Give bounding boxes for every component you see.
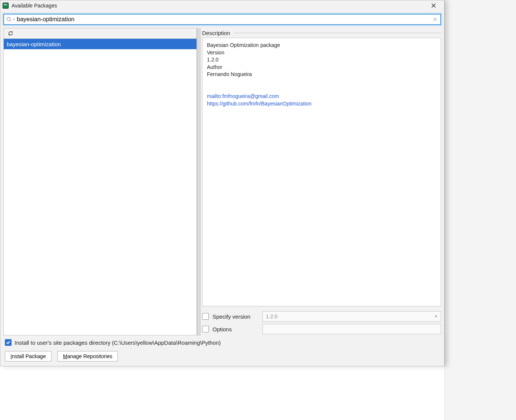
- refresh-button[interactable]: [6, 29, 15, 38]
- refresh-icon: [8, 31, 13, 36]
- description-pane: Description Bayesian Optimization packag…: [201, 28, 441, 335]
- separator: [234, 33, 441, 33]
- specify-version-checkbox[interactable]: [202, 313, 209, 320]
- titlebar: Available Packages: [0, 0, 444, 11]
- manage-repositories-button[interactable]: Manage Repositories: [57, 351, 118, 361]
- options-checkbox[interactable]: [202, 326, 209, 332]
- clear-search-button[interactable]: [432, 16, 438, 22]
- pycharm-icon: [3, 3, 9, 9]
- package-list-item[interactable]: bayesian-optimization: [4, 39, 196, 49]
- check-icon: [6, 340, 10, 345]
- options-label: Options: [213, 326, 259, 332]
- author-email-link[interactable]: mailto:fmfnogueira@gmail.com: [207, 93, 279, 99]
- x-icon: [433, 18, 437, 21]
- author-value: Fernando Nogueira: [207, 71, 436, 78]
- window-title: Available Packages: [12, 3, 57, 9]
- install-package-button[interactable]: Install Package: [5, 351, 51, 361]
- package-list-toolbar: [4, 28, 196, 39]
- package-name: bayesian-optimization: [7, 41, 61, 47]
- svg-point-0: [7, 18, 10, 21]
- available-packages-dialog: Available Packages ▾: [0, 0, 444, 366]
- options-input[interactable]: [262, 324, 441, 334]
- background-ide-edge: [444, 0, 516, 420]
- specify-version-label: Specify version: [213, 313, 259, 320]
- package-list[interactable]: bayesian-optimization: [4, 39, 196, 335]
- description-heading: Description: [202, 30, 230, 36]
- version-combobox-value: 1.2.0: [266, 313, 277, 319]
- search-options-caret-icon[interactable]: ▾: [13, 18, 15, 21]
- package-list-pane: bayesian-optimization: [3, 28, 197, 335]
- close-icon: [431, 3, 436, 8]
- splitter[interactable]: [197, 28, 201, 335]
- install-user-site-label: Install to user's site packages director…: [15, 340, 221, 346]
- version-value: 1.2.0: [207, 56, 436, 64]
- chevron-down-icon: ▼: [434, 315, 438, 318]
- description-box: Bayesian Optimization package Version 1.…: [202, 38, 441, 306]
- version-combobox[interactable]: 1.2.0 ▼: [262, 311, 441, 322]
- description-summary: Bayesian Optimization package: [207, 42, 436, 49]
- author-label: Author: [207, 64, 436, 71]
- install-user-site-checkbox[interactable]: [5, 339, 12, 346]
- version-label: Version: [207, 49, 436, 57]
- close-button[interactable]: [426, 1, 441, 10]
- search-icon: [6, 17, 12, 22]
- homepage-link[interactable]: https://github.com/fmfn/BayesianOptimiza…: [207, 101, 312, 107]
- search-field-container: ▾: [3, 14, 441, 25]
- search-input[interactable]: [17, 16, 432, 23]
